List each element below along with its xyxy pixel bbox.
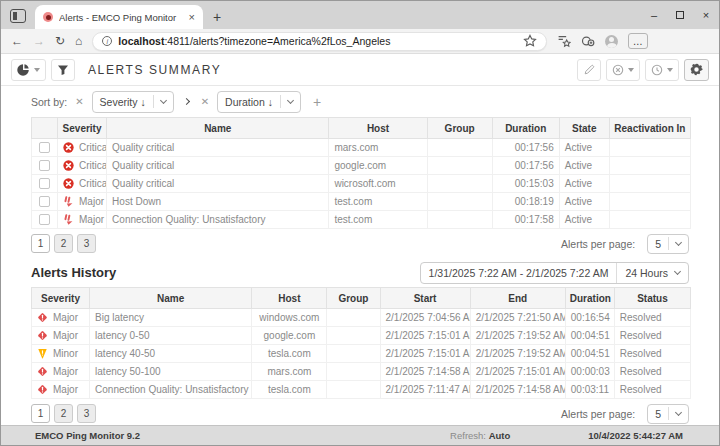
critical-severity-icon [63, 142, 74, 153]
profile-avatar-icon[interactable] [605, 35, 618, 48]
column-header-group[interactable]: Group [427, 118, 492, 139]
browser-window: Alerts - EMCO Ping Monitor × + – × ← → ↻… [0, 0, 720, 446]
column-header-name[interactable]: Name [90, 288, 252, 309]
column-header-checkbox [32, 118, 58, 139]
checkbox-cell [32, 175, 58, 193]
history-alert-row[interactable]: Major Big latency windows.com 2/1/2025 7… [32, 309, 691, 327]
remove-sort-icon[interactable]: ✕ [73, 97, 85, 107]
add-sort-icon[interactable]: + [313, 95, 321, 109]
row-checkbox[interactable] [39, 178, 50, 189]
range-preset-select[interactable]: 24 Hours [617, 263, 688, 283]
minor-severity-icon [37, 348, 48, 359]
forward-icon[interactable]: → [33, 35, 45, 47]
column-header-host[interactable]: Host [329, 118, 427, 139]
sort-field-duration[interactable]: Duration ↓ [217, 91, 301, 113]
status-cell: Resolved [614, 309, 690, 327]
edit-button[interactable] [577, 59, 601, 81]
site-info-icon[interactable]: i [102, 36, 112, 46]
back-icon[interactable]: ← [11, 35, 23, 47]
time-range-button[interactable] [645, 59, 679, 81]
sort-bar: Sort by: ✕ Severity ↓ ✕ Duration ↓ + [1, 86, 719, 117]
settings-button[interactable] [684, 59, 709, 81]
end-cell: 2/1/2025 7:15:01 AM [470, 363, 565, 381]
maximize-button[interactable] [667, 1, 693, 29]
row-checkbox[interactable] [39, 142, 50, 153]
column-header-reactivation[interactable]: Reactivation In [609, 118, 690, 139]
reactivation-cell [609, 211, 690, 229]
column-header-severity[interactable]: Severity [58, 118, 107, 139]
duration-cell: 00:04:51 [565, 327, 614, 345]
refresh-icon[interactable]: ↻ [55, 35, 65, 47]
browser-tab[interactable]: Alerts - EMCO Ping Monitor × [35, 5, 203, 29]
status-cell: Resolved [614, 363, 690, 381]
date-range-text[interactable]: 1/31/2025 7:22 AM - 2/1/2025 7:22 AM [421, 263, 617, 283]
remove-sort-icon[interactable]: ✕ [199, 97, 211, 107]
end-cell: 2/1/2025 7:19:52 AM [470, 345, 565, 363]
host-cell: google.com [252, 327, 327, 345]
row-checkbox[interactable] [39, 196, 50, 207]
summary-alert-row[interactable]: Critical Quality critical wicrosoft.com … [32, 175, 691, 193]
browser-essentials-icon[interactable] [581, 34, 595, 48]
page-button-1[interactable]: 1 [31, 404, 50, 423]
summary-alert-row[interactable]: Major Host Down test.com 00:18:19 Active [32, 193, 691, 211]
alerts-history-table: Severity Name Host Group Start End Durat… [31, 287, 691, 399]
page-button-2[interactable]: 2 [54, 404, 73, 423]
deactivate-alerts-button[interactable] [606, 59, 640, 81]
address-bar-input[interactable]: i localhost:4811/alerts?timezone=America… [92, 32, 547, 51]
page-button-1[interactable]: 1 [31, 234, 50, 253]
column-header-name[interactable]: Name [107, 118, 329, 139]
host-cell: test.com [329, 193, 427, 211]
column-header-severity[interactable]: Severity [32, 288, 90, 309]
major-severity-icon [37, 384, 48, 395]
favorites-icon[interactable] [523, 34, 537, 48]
page-button-2[interactable]: 2 [54, 234, 73, 253]
name-cell: latency 50-100 [90, 363, 252, 381]
name-cell: Connection Quality: Unsatisfactory [90, 381, 252, 399]
history-alert-row[interactable]: Minor latency 40-50 tesla.com 2/1/2025 7… [32, 345, 691, 363]
date-range-control[interactable]: 1/31/2025 7:22 AM - 2/1/2025 7:22 AM 24 … [420, 262, 689, 284]
tab-close-icon[interactable]: × [189, 12, 195, 23]
group-cell [427, 175, 492, 193]
column-header-status[interactable]: Status [614, 288, 690, 309]
name-cell: Big latency [90, 309, 252, 327]
summary-alert-row[interactable]: Critical Quality critical google.com 00:… [32, 157, 691, 175]
maximize-icon [676, 11, 684, 19]
summary-alert-row[interactable]: Critical Quality critical mars.com 00:17… [32, 139, 691, 157]
new-tab-button[interactable]: + [213, 10, 221, 24]
browser-menu-button[interactable]: … [628, 33, 648, 49]
row-checkbox[interactable] [39, 214, 50, 225]
chart-view-button[interactable] [11, 59, 46, 81]
summary-pager: 1 2 3 Alerts per page: 5 [1, 229, 719, 258]
history-alert-row[interactable]: Major latency 0-50 google.com 2/1/2025 7… [32, 327, 691, 345]
severity-cell: Major [32, 309, 90, 327]
row-checkbox[interactable] [39, 160, 50, 171]
checkbox-cell [32, 193, 58, 211]
page-button-3[interactable]: 3 [77, 404, 96, 423]
tab-actions-button[interactable] [10, 9, 26, 23]
per-page-select[interactable]: 5 [647, 404, 689, 424]
per-page-select[interactable]: 5 [647, 234, 689, 254]
home-icon[interactable]: ⌂ [75, 35, 82, 47]
column-header-group[interactable]: Group [327, 288, 380, 309]
column-header-host[interactable]: Host [252, 288, 327, 309]
history-header: Alerts History 1/31/2025 7:22 AM - 2/1/2… [1, 258, 719, 287]
reactivation-cell [609, 139, 690, 157]
close-button[interactable]: × [693, 1, 719, 29]
page-title: ALERTS SUMMARY [88, 63, 221, 77]
column-header-end[interactable]: End [470, 288, 565, 309]
column-header-duration[interactable]: Duration [492, 118, 559, 139]
collections-icon[interactable] [557, 34, 571, 48]
host-cell: test.com [329, 211, 427, 229]
column-header-start[interactable]: Start [380, 288, 470, 309]
column-header-duration[interactable]: Duration [565, 288, 614, 309]
minimize-button[interactable]: – [641, 1, 667, 29]
history-alert-row[interactable]: Major Connection Quality: Unsatisfactory… [32, 381, 691, 399]
sort-field-severity[interactable]: Severity ↓ [92, 91, 174, 113]
page-button-3[interactable]: 3 [77, 234, 96, 253]
host-cell: mars.com [252, 363, 327, 381]
summary-alert-row[interactable]: Major Connection Quality: Unsatisfactory… [32, 211, 691, 229]
column-header-state[interactable]: State [559, 118, 609, 139]
history-alert-row[interactable]: Major latency 50-100 mars.com 2/1/2025 7… [32, 363, 691, 381]
filter-button[interactable] [51, 59, 75, 81]
name-cell: Quality critical [107, 157, 329, 175]
